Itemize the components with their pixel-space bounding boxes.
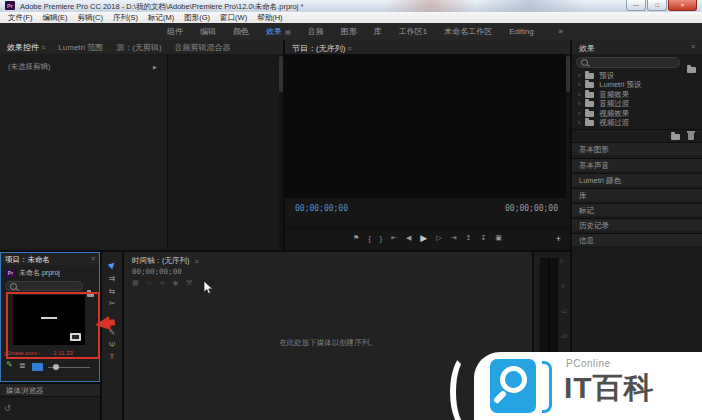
mouse-cursor-icon [203,280,214,299]
panel-menu-icon[interactable]: ≡ [41,44,45,51]
extract-icon[interactable]: ↧ [480,234,486,242]
workspace-tab-workspace1[interactable]: 工作区1 [399,26,427,37]
panel-essential-sound[interactable]: 基本声音 [572,158,702,171]
program-title: 节目：(无序列) ≡ [292,43,352,54]
scrollbar-thumb[interactable] [279,56,283,92]
workspace-tab-color[interactable]: 颜色 [233,26,249,37]
tab-effect-controls-label: 效果控件 [7,43,39,52]
export-frame-icon[interactable]: ▣ [495,234,502,242]
panel-essential-graphics[interactable]: 基本图形 [572,142,702,155]
current-timecode[interactable]: 00;00;00;00 [295,204,348,213]
chevron-right-icon[interactable]: › [578,72,580,79]
menu-marker[interactable]: 标记(M) [143,13,179,23]
button-editor-plus[interactable]: + [556,234,561,244]
timeline-settings-icon[interactable]: ⚒ [186,279,192,287]
folder-audio-transitions[interactable]: ›音频过渡 [578,99,629,108]
workspace-tab-graphics[interactable]: 图形 [341,26,357,37]
snap-icon[interactable]: ∩ [147,279,152,287]
selection-tool[interactable]: ▶ [102,254,123,275]
scrollbar[interactable] [279,54,283,250]
window-title: Adobe Premiere Pro CC 2018 - D:\我的文档\Ado… [20,2,303,12]
workspace-overflow-icon[interactable]: » [559,27,563,36]
go-to-in-icon[interactable]: ⇤ [391,234,397,242]
scrollbar-thumb[interactable] [566,56,570,92]
list-view-icon[interactable]: ≣ [19,361,26,370]
play-icon[interactable]: ▶ [420,233,427,243]
ripple-edit-tool[interactable]: ⇆ [102,287,122,296]
chevron-right-icon[interactable]: › [578,119,580,126]
delete-icon[interactable] [688,133,694,140]
app-icon: Pr [5,1,15,10]
type-tool[interactable]: T [102,352,122,361]
icon-view-icon[interactable] [32,363,43,371]
undo-icon[interactable]: ↺ [4,404,11,413]
close-button[interactable]: × [668,0,697,11]
track-select-tool[interactable]: ⇉ [102,274,122,283]
maximize-button[interactable]: □ [647,0,667,11]
folder-video-transitions[interactable]: ›视频过渡 [578,118,629,127]
panel-markers[interactable]: 标记 [572,203,702,216]
db-label: 0 [560,258,563,264]
linked-selection-icon[interactable]: ∞ [160,279,165,287]
menu-graphics[interactable]: 图形(G) [179,13,215,23]
panel-libraries[interactable]: 库 [572,188,702,201]
panel-menu-icon[interactable]: ≡ [691,43,695,50]
step-forward-icon[interactable]: ▷ [436,234,441,242]
workspace-tab-menu-icon[interactable]: ▤ [285,29,291,35]
panel-info[interactable]: 信息 [572,233,702,246]
workspace-tab-effects[interactable]: 效果▤ [266,26,291,37]
folder-lumetri-presets[interactable]: ›Lumetri 预设 [578,80,641,89]
razor-tool[interactable]: ✂ [102,299,122,308]
expander-arrow-icon[interactable]: ▶ [153,64,157,70]
menu-file[interactable]: 文件(F) [3,13,38,23]
mark-out-icon[interactable]: } [380,235,382,242]
menu-clip[interactable]: 剪辑(C) [73,13,108,23]
tab-effect-controls[interactable]: 效果控件 ≡ [7,42,45,53]
menu-edit[interactable]: 编辑(E) [38,13,73,23]
effects-search-input[interactable] [576,57,680,68]
timeline-timecode[interactable]: 00;00;00;00 [132,267,182,276]
tab-source-monitor[interactable]: 源：(无剪辑) [116,42,161,53]
chevron-right-icon[interactable]: › [578,100,580,107]
step-back-icon[interactable]: ◀ [406,234,411,242]
title-bar[interactable]: Pr Adobe Premiere Pro CC 2018 - D:\我的文档\… [0,0,702,12]
tab-audio-clip-mixer[interactable]: 音频剪辑混合器 [175,42,231,53]
tools-panel: ▶ ⇉ ⇆ ✂ ↔ ✎ Ψ T [102,252,122,420]
lift-icon[interactable]: ↥ [466,234,472,242]
program-video-area[interactable] [285,54,566,198]
panel-lumetri-color[interactable]: Lumetri 颜色 [572,173,702,186]
find-bin-icon[interactable] [687,59,696,77]
chevron-right-icon[interactable]: › [578,81,580,88]
chevron-right-icon[interactable]: › [578,91,580,98]
workspace-tab-effects-label: 效果 [266,27,282,36]
menu-window[interactable]: 窗口(W) [215,13,252,23]
go-to-out-icon[interactable]: ⇥ [451,234,457,242]
new-custom-bin-icon[interactable] [671,134,680,140]
workspace-tab-assembly[interactable]: 组件 [167,26,183,37]
mark-in-icon[interactable]: { [368,235,370,242]
menu-sequence[interactable]: 序列(S) [108,13,143,23]
project-file-row[interactable]: Pr 未命名.prproj [6,268,60,278]
workspace-tab-unnamed[interactable]: 未命名工作区 [444,26,492,37]
add-marker-icon[interactable]: ⚑ [353,234,359,242]
effect-controls-panel: 效果控件 ≡ Lumetri 范围 源：(无剪辑) 音频剪辑混合器 (未选择剪辑… [0,40,283,250]
scrollbar[interactable] [566,54,570,250]
media-browser-tab[interactable]: 媒体浏览器 [0,384,100,397]
project-search-input[interactable] [5,281,83,291]
minimize-button[interactable]: — [626,0,646,11]
panel-menu-icon[interactable]: ≡ [348,45,352,52]
hand-tool[interactable]: Ψ [102,340,122,349]
workspace-tab-editing[interactable]: 编辑 [200,26,216,37]
zoom-slider-handle[interactable] [53,364,59,370]
workspace-tab-libraries[interactable]: 库 [374,26,382,37]
workspace-tab-editing-en[interactable]: Editing [509,27,533,36]
nest-sequence-icon[interactable]: ▦ [132,279,139,287]
workspace-tab-audio[interactable]: 音频 [308,26,324,37]
chevron-right-icon[interactable]: › [578,110,580,117]
panel-menu-icon[interactable]: ≡ [195,258,199,265]
tab-lumetri-scopes[interactable]: Lumetri 范围 [58,42,103,53]
panel-menu-icon[interactable]: ≡ [91,255,95,262]
panel-history[interactable]: 历史记录 [572,218,702,231]
menu-help[interactable]: 帮助(H) [252,13,287,23]
add-marker-icon[interactable]: ◆ [173,279,178,287]
